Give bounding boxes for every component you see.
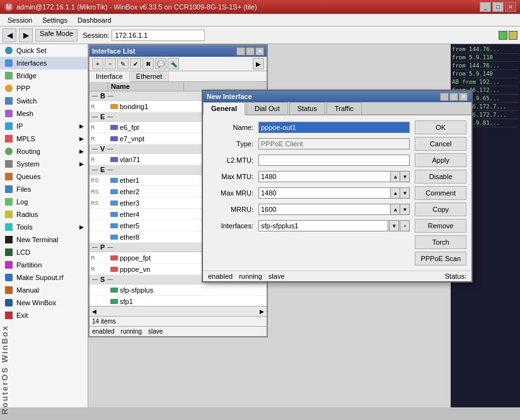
sidebar-item-lcd[interactable]: LCD [0,246,88,259]
maxmru-label: Max MRU: [208,189,258,197]
sidebar-item-makesupout[interactable]: Make Supout.rf [0,271,88,284]
torch-button[interactable]: 🔦 [168,58,179,69]
new-interface-dialog: New Interface _ □ ✕ General Dial Out Sta… [202,90,473,283]
dialog-tab-general[interactable]: General [203,102,245,115]
sidebar-item-newwinbox[interactable]: New WinBox [0,296,88,309]
edit-interface-button[interactable]: ✎ [117,58,129,69]
sidebar-item-tools[interactable]: Tools ▶ [0,221,88,233]
form-row-l2mtu: L2 MTU: [208,153,410,167]
interface-list-close[interactable]: ✕ [255,47,264,55]
interface-list-title: Interface List [92,47,135,55]
maxmru-down[interactable]: ▼ [400,187,410,199]
dialog-buttons: OK Cancel Apply Disable Comment Copy Rem… [415,120,466,265]
sidebar-item-interfaces[interactable]: Interfaces [0,57,88,69]
dialog-title-bar: New Interface _ □ ✕ [203,91,471,102]
log-entry: from 144.76... [452,62,519,70]
log-entry: from 5.9.140 [452,70,519,78]
sidebar-item-quickset[interactable]: Quick Set [0,44,88,57]
mrru-input[interactable] [258,204,391,215]
interfaces-input[interactable] [258,220,388,231]
minimize-button[interactable]: _ [480,2,491,12]
close-button[interactable]: ✕ [505,2,516,12]
apply-button[interactable]: Apply [415,153,466,167]
maxmtu-up[interactable]: ▲ [390,171,400,182]
dialog-tab-status[interactable]: Status [289,102,325,114]
copy-button[interactable]: Copy [415,202,466,216]
disable-interface-button[interactable]: ✖ [142,58,154,69]
name-input[interactable] [258,122,410,133]
sidebar-item-log[interactable]: Log [0,195,88,208]
cancel-button[interactable]: Cancel [415,137,466,151]
remove-interface-button[interactable]: − [105,58,116,69]
sidebar-item-queues[interactable]: Queues [0,170,88,183]
status-lights [499,31,517,40]
dialog-status-label: Status: [445,272,466,280]
menu-bar: Session Settings Dashboard [0,14,520,26]
scroll-left-btn[interactable]: ◀ [92,308,96,315]
row-flags: R [90,103,108,110]
maxmru-input[interactable] [258,187,391,199]
list-item[interactable]: sfp-sfpplus [90,284,267,296]
sidebar-item-radius[interactable]: Radius [0,208,88,221]
scroll-right-button[interactable]: ▶ [253,58,264,69]
ip-icon [5,122,13,130]
mrru-down[interactable]: ▼ [400,204,410,215]
maxmtu-input[interactable] [258,171,391,182]
comment-button[interactable]: Comment [415,186,466,200]
status-running: running [121,328,142,335]
interface-list-minimize[interactable]: _ [236,47,245,55]
back-button[interactable]: ◀ [3,28,16,42]
sidebar-label-newterminal: New Terminal [16,236,58,243]
dialog-close[interactable]: ✕ [459,93,468,101]
tab-interface[interactable]: Interface [90,71,130,82]
menu-dashboard[interactable]: Dashboard [72,15,117,25]
l2mtu-input[interactable] [258,155,410,166]
disable-button[interactable]: Disable [415,170,466,184]
dialog-restore[interactable]: □ [449,93,458,101]
sidebar-item-mpls[interactable]: MPLS ▶ [0,132,88,145]
tab-ethernet[interactable]: Ethernet [130,71,170,81]
dialog-tab-traffic[interactable]: Traffic [326,102,362,114]
sidebar-item-switch[interactable]: Switch [0,95,88,107]
sidebar-item-ip[interactable]: IP ▶ [0,120,88,132]
interface-list-maximize[interactable]: □ [246,47,255,55]
menu-session[interactable]: Session [3,15,37,25]
ok-button[interactable]: OK [415,120,466,134]
torch-button[interactable]: Torch [415,235,466,249]
maximize-button[interactable]: □ [492,2,504,12]
sidebar-item-mesh[interactable]: Mesh [0,107,88,120]
mrru-up[interactable]: ▲ [390,204,400,215]
dialog-tab-dialout[interactable]: Dial Out [246,102,288,114]
dialog-minimize[interactable]: _ [440,93,449,101]
list-item[interactable]: sfp1 [90,296,267,306]
sidebar-item-routing[interactable]: Routing ▶ [0,145,88,158]
sidebar-item-exit[interactable]: Exit [0,309,88,322]
comment-interface-button[interactable]: 💬 [155,58,166,69]
sidebar-item-partition[interactable]: Partition [0,259,88,271]
sidebar-item-manual[interactable]: Manual [0,284,88,296]
forward-button[interactable]: ▶ [19,28,33,42]
row-name: pppoe_vn [108,265,178,273]
maxmtu-down[interactable]: ▼ [400,171,410,182]
interfaces-browse[interactable]: ▼ [389,220,399,231]
scroll-right-btn[interactable]: ▶ [260,308,264,315]
add-interface-button[interactable]: + [92,58,103,69]
pppoe-scan-button[interactable]: PPPoE Scan [415,252,466,265]
remove-button[interactable]: Remove [415,219,466,233]
safe-mode-button[interactable]: Safe Mode [35,29,78,42]
enable-interface-button[interactable]: ✔ [130,58,141,69]
sidebar-item-system[interactable]: System ▶ [0,158,88,170]
interfaces-add[interactable]: + [400,220,410,231]
maxmru-up[interactable]: ▲ [390,187,400,199]
status-light-yellow [509,31,517,40]
sidebar-label-log: Log [16,198,28,206]
mesh-icon [5,110,13,117]
menu-settings[interactable]: Settings [37,15,72,25]
session-input[interactable] [112,30,205,41]
sidebar-item-files[interactable]: Files [0,183,88,195]
sidebar-item-ppp[interactable]: PPP [0,82,88,95]
row-name: ether8 [108,233,178,241]
form-row-maxmtu: Max MTU: ▲ ▼ [208,170,410,184]
sidebar-item-bridge[interactable]: Bridge [0,69,88,82]
sidebar-item-newterminal[interactable]: New Terminal [0,233,88,246]
